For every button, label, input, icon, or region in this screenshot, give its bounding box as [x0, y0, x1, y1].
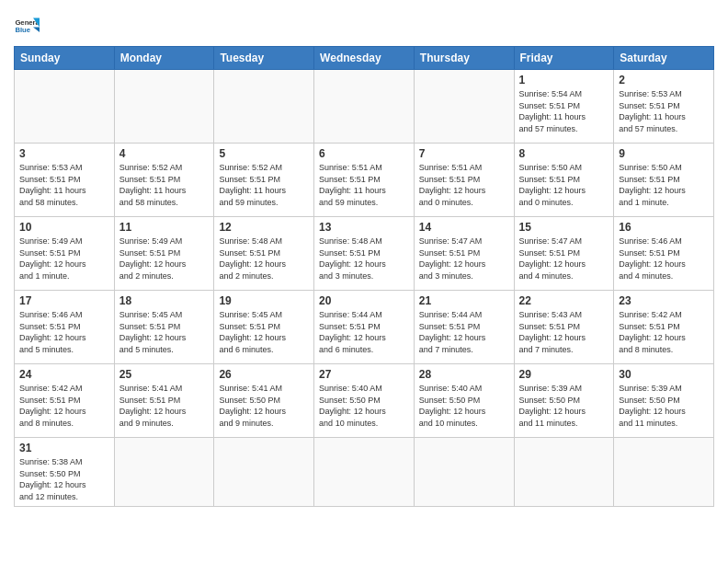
svg-marker-3 [33, 27, 40, 32]
calendar-cell: 7Sunrise: 5:51 AM Sunset: 5:51 PM Daylig… [414, 144, 514, 217]
day-number: 2 [619, 74, 709, 86]
day-info: Sunrise: 5:49 AM Sunset: 5:51 PM Dayligh… [19, 236, 109, 282]
day-number: 8 [519, 147, 609, 160]
day-info: Sunrise: 5:50 AM Sunset: 5:51 PM Dayligh… [619, 162, 709, 208]
calendar-cell: 21Sunrise: 5:44 AM Sunset: 5:51 PM Dayli… [414, 291, 514, 364]
day-info: Sunrise: 5:54 AM Sunset: 5:51 PM Dayligh… [519, 88, 609, 134]
calendar-cell: 27Sunrise: 5:40 AM Sunset: 5:50 PM Dayli… [314, 364, 415, 438]
day-info: Sunrise: 5:49 AM Sunset: 5:51 PM Dayligh… [119, 236, 210, 282]
day-number: 15 [519, 221, 609, 234]
day-info: Sunrise: 5:52 AM Sunset: 5:51 PM Dayligh… [119, 162, 210, 208]
calendar-cell [114, 438, 214, 507]
calendar-cell: 1Sunrise: 5:54 AM Sunset: 5:51 PM Daylig… [514, 70, 614, 144]
day-info: Sunrise: 5:50 AM Sunset: 5:51 PM Dayligh… [519, 162, 609, 208]
calendar-cell [114, 70, 214, 144]
day-number: 5 [219, 147, 309, 160]
calendar-cell: 6Sunrise: 5:51 AM Sunset: 5:51 PM Daylig… [314, 144, 415, 217]
day-info: Sunrise: 5:44 AM Sunset: 5:51 PM Dayligh… [419, 309, 509, 355]
day-number: 22 [519, 294, 609, 307]
calendar-cell: 24Sunrise: 5:42 AM Sunset: 5:51 PM Dayli… [15, 364, 115, 438]
day-number: 14 [419, 221, 509, 234]
calendar-cell [15, 70, 115, 144]
calendar-cell: 8Sunrise: 5:50 AM Sunset: 5:51 PM Daylig… [514, 144, 614, 217]
calendar-cell: 12Sunrise: 5:48 AM Sunset: 5:51 PM Dayli… [214, 217, 314, 291]
day-number: 13 [319, 221, 409, 234]
day-info: Sunrise: 5:40 AM Sunset: 5:50 PM Dayligh… [319, 383, 409, 429]
day-number: 3 [19, 147, 109, 160]
calendar-cell: 5Sunrise: 5:52 AM Sunset: 5:51 PM Daylig… [214, 144, 314, 217]
day-info: Sunrise: 5:42 AM Sunset: 5:51 PM Dayligh… [619, 309, 709, 355]
day-info: Sunrise: 5:53 AM Sunset: 5:51 PM Dayligh… [19, 162, 109, 208]
day-number: 7 [419, 147, 509, 160]
day-header-friday: Friday [514, 47, 614, 70]
day-info: Sunrise: 5:40 AM Sunset: 5:50 PM Dayligh… [419, 383, 509, 429]
day-info: Sunrise: 5:46 AM Sunset: 5:51 PM Dayligh… [619, 236, 709, 282]
calendar-cell [614, 438, 714, 507]
day-number: 28 [419, 368, 509, 381]
day-number: 24 [19, 368, 109, 381]
day-number: 25 [119, 368, 210, 381]
day-info: Sunrise: 5:52 AM Sunset: 5:51 PM Dayligh… [219, 162, 309, 208]
header: General Blue [14, 9, 714, 39]
calendar-cell: 2Sunrise: 5:53 AM Sunset: 5:51 PM Daylig… [614, 70, 714, 144]
day-info: Sunrise: 5:48 AM Sunset: 5:51 PM Dayligh… [219, 236, 309, 282]
calendar-cell: 16Sunrise: 5:46 AM Sunset: 5:51 PM Dayli… [614, 217, 714, 291]
day-info: Sunrise: 5:42 AM Sunset: 5:51 PM Dayligh… [19, 383, 109, 429]
calendar-cell: 10Sunrise: 5:49 AM Sunset: 5:51 PM Dayli… [15, 217, 115, 291]
day-number: 23 [619, 294, 709, 307]
calendar-cell: 15Sunrise: 5:47 AM Sunset: 5:51 PM Dayli… [514, 217, 614, 291]
day-info: Sunrise: 5:45 AM Sunset: 5:51 PM Dayligh… [219, 309, 309, 355]
day-info: Sunrise: 5:48 AM Sunset: 5:51 PM Dayligh… [319, 236, 409, 282]
day-info: Sunrise: 5:45 AM Sunset: 5:51 PM Dayligh… [119, 309, 210, 355]
day-info: Sunrise: 5:53 AM Sunset: 5:51 PM Dayligh… [619, 88, 709, 134]
day-info: Sunrise: 5:51 AM Sunset: 5:51 PM Dayligh… [319, 162, 409, 208]
calendar-cell: 26Sunrise: 5:41 AM Sunset: 5:50 PM Dayli… [214, 364, 314, 438]
calendar-cell: 18Sunrise: 5:45 AM Sunset: 5:51 PM Dayli… [114, 291, 214, 364]
day-info: Sunrise: 5:51 AM Sunset: 5:51 PM Dayligh… [419, 162, 509, 208]
day-number: 6 [319, 147, 409, 160]
day-info: Sunrise: 5:47 AM Sunset: 5:51 PM Dayligh… [519, 236, 609, 282]
day-info: Sunrise: 5:44 AM Sunset: 5:51 PM Dayligh… [319, 309, 409, 355]
calendar-cell: 17Sunrise: 5:46 AM Sunset: 5:51 PM Dayli… [15, 291, 115, 364]
calendar-cell: 23Sunrise: 5:42 AM Sunset: 5:51 PM Dayli… [614, 291, 714, 364]
day-info: Sunrise: 5:38 AM Sunset: 5:50 PM Dayligh… [19, 456, 109, 502]
calendar-cell: 20Sunrise: 5:44 AM Sunset: 5:51 PM Dayli… [314, 291, 415, 364]
calendar-cell: 14Sunrise: 5:47 AM Sunset: 5:51 PM Dayli… [414, 217, 514, 291]
calendar-cell: 9Sunrise: 5:50 AM Sunset: 5:51 PM Daylig… [614, 144, 714, 217]
day-header-sunday: Sunday [15, 47, 115, 70]
calendar-cell: 22Sunrise: 5:43 AM Sunset: 5:51 PM Dayli… [514, 291, 614, 364]
day-number: 20 [319, 294, 409, 307]
day-header-thursday: Thursday [414, 47, 514, 70]
day-info: Sunrise: 5:41 AM Sunset: 5:51 PM Dayligh… [119, 383, 210, 429]
logo: General Blue [14, 13, 40, 39]
day-number: 30 [619, 368, 709, 381]
day-number: 19 [219, 294, 309, 307]
day-number: 21 [419, 294, 509, 307]
day-info: Sunrise: 5:43 AM Sunset: 5:51 PM Dayligh… [519, 309, 609, 355]
svg-text:Blue: Blue [15, 26, 30, 34]
day-number: 31 [19, 442, 109, 454]
day-number: 12 [219, 221, 309, 234]
calendar-cell [314, 438, 415, 507]
calendar-cell: 4Sunrise: 5:52 AM Sunset: 5:51 PM Daylig… [114, 144, 214, 217]
calendar-cell [414, 438, 514, 507]
day-number: 17 [19, 294, 109, 307]
day-number: 10 [19, 221, 109, 234]
day-header-saturday: Saturday [614, 47, 714, 70]
calendar-cell [514, 438, 614, 507]
day-info: Sunrise: 5:47 AM Sunset: 5:51 PM Dayligh… [419, 236, 509, 282]
calendar-cell: 11Sunrise: 5:49 AM Sunset: 5:51 PM Dayli… [114, 217, 214, 291]
calendar-table: SundayMondayTuesdayWednesdayThursdayFrid… [14, 46, 714, 507]
day-header-monday: Monday [114, 47, 214, 70]
calendar-cell [314, 70, 415, 144]
calendar-cell: 30Sunrise: 5:39 AM Sunset: 5:50 PM Dayli… [614, 364, 714, 438]
calendar-cell: 29Sunrise: 5:39 AM Sunset: 5:50 PM Dayli… [514, 364, 614, 438]
day-header-wednesday: Wednesday [314, 47, 415, 70]
day-number: 26 [219, 368, 309, 381]
calendar-cell: 31Sunrise: 5:38 AM Sunset: 5:50 PM Dayli… [15, 438, 115, 507]
days-header-row: SundayMondayTuesdayWednesdayThursdayFrid… [15, 47, 714, 70]
calendar-cell [214, 70, 314, 144]
day-info: Sunrise: 5:39 AM Sunset: 5:50 PM Dayligh… [619, 383, 709, 429]
day-number: 27 [319, 368, 409, 381]
day-info: Sunrise: 5:41 AM Sunset: 5:50 PM Dayligh… [219, 383, 309, 429]
